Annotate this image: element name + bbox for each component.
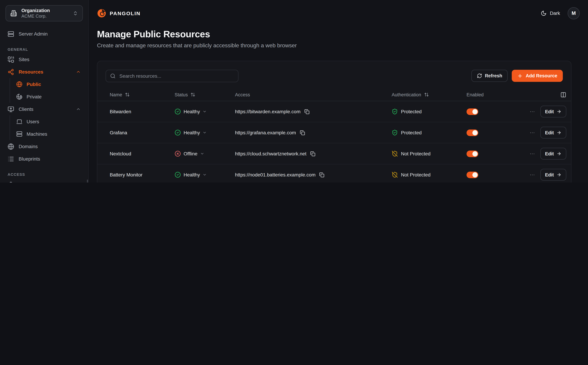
sort-icon — [424, 92, 429, 97]
sidebar-item-blueprints[interactable]: Blueprints — [4, 153, 84, 165]
resources-subgroup: Public Private — [10, 78, 84, 103]
sidebar-item-machines[interactable]: Machines — [13, 128, 84, 140]
card-toolbar: Refresh Add Resource — [97, 70, 571, 82]
sidebar-item-label: Public — [27, 82, 41, 87]
status-dropdown[interactable]: Healthy — [175, 108, 207, 115]
receipt-icon — [7, 155, 14, 162]
section-label-access: ACCESS — [4, 172, 84, 176]
avatar[interactable]: M — [568, 7, 580, 19]
main-area: PANGOLIN Dark M Manage Public Resources … — [89, 0, 588, 182]
enabled-toggle[interactable] — [466, 129, 478, 136]
refresh-button[interactable]: Refresh — [471, 70, 508, 82]
col-header-label: Name — [110, 92, 122, 97]
add-resource-button[interactable]: Add Resource — [512, 70, 563, 82]
enabled-toggle[interactable] — [466, 171, 478, 178]
building-icon — [10, 10, 17, 17]
org-texts: Organization ACME Corp. — [21, 8, 50, 19]
copy-url-button[interactable] — [304, 109, 309, 114]
clients-subgroup: Users Machines — [10, 115, 84, 140]
search-box — [106, 70, 239, 82]
copy-url-button[interactable] — [319, 172, 325, 177]
resource-name: Battery Monitor — [106, 172, 171, 177]
col-header-name[interactable]: Name — [106, 92, 171, 97]
copy-icon — [304, 109, 309, 114]
resources-card: Refresh Add Resource Name — [97, 61, 571, 182]
table-row: Bitwarden Healthy https://bitwarden.exam… — [97, 101, 571, 122]
chevron-down-icon — [76, 182, 81, 182]
avatar-initial: M — [572, 10, 576, 16]
sidebar-item-label: Users — [27, 119, 39, 124]
col-header-status[interactable]: Status — [171, 92, 231, 97]
status-label: Healthy — [184, 109, 200, 114]
circle-check-icon — [175, 108, 181, 115]
sidebar-item-sites[interactable]: Sites — [4, 53, 84, 66]
arrow-right-icon — [557, 172, 561, 177]
sidebar-item-label: Sites — [19, 57, 29, 62]
brand-logo[interactable]: PANGOLIN — [97, 8, 141, 18]
chevron-down-icon — [203, 173, 207, 177]
org-switcher-label: Organization — [21, 8, 50, 14]
user-icon — [7, 181, 14, 182]
refresh-label: Refresh — [485, 73, 502, 78]
pangolin-logo-icon — [97, 8, 106, 18]
enabled-toggle[interactable] — [466, 150, 478, 157]
row-menu-button[interactable] — [528, 172, 536, 178]
sidebar-item-domains[interactable]: Domains — [4, 140, 84, 153]
sidebar-scrollbar-thumb[interactable] — [87, 180, 88, 182]
toggle-knob — [472, 151, 478, 156]
theme-toggle[interactable]: Dark — [541, 10, 560, 16]
shield-check-icon — [392, 129, 398, 136]
page-content: Manage Public Resources Create and manag… — [89, 26, 588, 182]
copy-url-button[interactable] — [310, 151, 315, 156]
shield-off-icon — [392, 151, 398, 157]
ellipsis-icon — [529, 172, 535, 178]
section-label-general: GENERAL — [4, 47, 84, 51]
col-header-authentication[interactable]: Authentication — [388, 92, 462, 97]
sidebar-item-label: Server Admin — [19, 31, 48, 37]
status-label: Offline — [184, 151, 197, 156]
edit-button[interactable]: Edit — [540, 106, 566, 117]
row-menu-button[interactable] — [528, 130, 536, 135]
row-menu-button[interactable] — [528, 109, 536, 114]
table-row: Battery Monitor Healthy https://node01.b… — [97, 164, 571, 182]
sidebar-item-label: Domains — [19, 144, 38, 149]
sidebar-item-resources[interactable]: Resources — [4, 66, 84, 78]
col-header-actions — [507, 92, 566, 98]
edit-label: Edit — [545, 109, 554, 114]
auth-label: Not Protected — [401, 172, 431, 177]
copy-icon — [300, 130, 305, 135]
sidebar-item-clients[interactable]: Clients — [4, 103, 84, 115]
copy-icon — [310, 151, 315, 156]
chevrons-up-down-icon — [73, 11, 78, 16]
enabled-toggle[interactable] — [466, 108, 478, 115]
sidebar-item-users[interactable]: Users — [4, 178, 84, 182]
sidebar-item-private[interactable]: Private — [13, 91, 84, 103]
status-dropdown[interactable]: Healthy — [175, 172, 207, 178]
sidebar-item-server-admin[interactable]: Server Admin — [4, 28, 84, 40]
resource-name: Grafana — [106, 130, 171, 135]
edit-button[interactable]: Edit — [540, 127, 566, 139]
auth-label: Protected — [401, 109, 422, 114]
columns-visibility-button[interactable] — [561, 92, 566, 98]
server-icon — [7, 31, 14, 37]
sidebar-item-label: Private — [27, 94, 41, 99]
row-menu-button[interactable] — [528, 151, 536, 157]
resource-url: https://node01.batteries.example.com — [235, 172, 315, 177]
resource-url: https://grafana.example.com — [235, 130, 296, 135]
search-input[interactable] — [119, 73, 234, 79]
globe-icon — [16, 81, 22, 87]
sidebar-item-client-users[interactable]: Users — [13, 115, 84, 128]
status-dropdown[interactable]: Healthy — [175, 129, 207, 136]
sidebar-nav: Server Admin GENERAL Sites Resources Pub… — [0, 21, 88, 182]
edit-button[interactable]: Edit — [540, 148, 566, 160]
status-dropdown[interactable]: Offline — [175, 151, 204, 157]
org-switcher[interactable]: Organization ACME Corp. — [6, 5, 83, 21]
columns-icon — [561, 92, 566, 98]
arrow-right-icon — [557, 130, 561, 135]
sidebar-item-public[interactable]: Public — [13, 78, 84, 91]
copy-url-button[interactable] — [300, 130, 305, 135]
shield-off-icon — [392, 172, 398, 178]
globe-lock-icon — [16, 94, 22, 100]
edit-button[interactable]: Edit — [540, 169, 566, 181]
col-header-label: Status — [175, 92, 188, 97]
